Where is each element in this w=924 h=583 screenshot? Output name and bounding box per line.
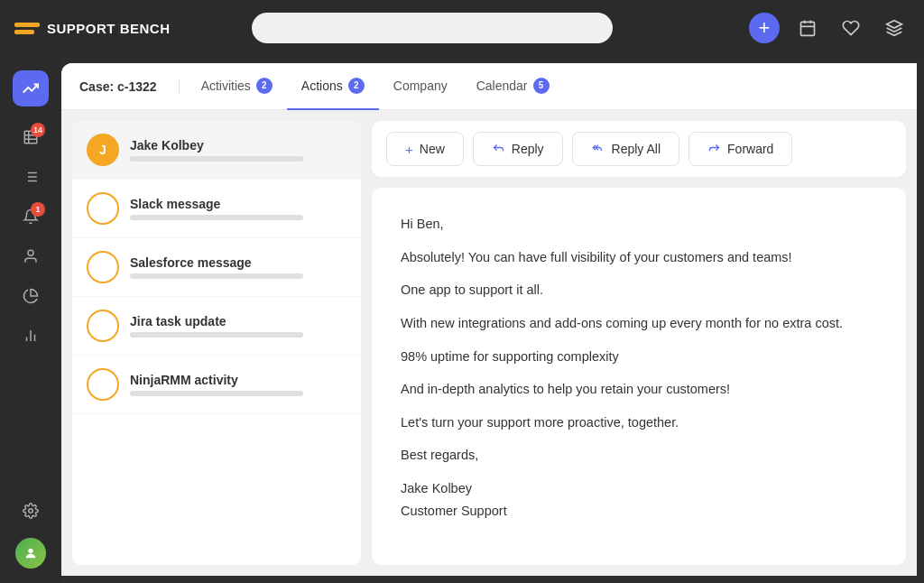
main-container: 14 1 Case: c-1322 xyxy=(0,56,924,583)
activity-bar-3 xyxy=(130,332,303,338)
email-line-7: Best regards, xyxy=(401,444,877,467)
activity-bar-4 xyxy=(130,391,303,396)
sidebar-home-button[interactable] xyxy=(13,70,49,106)
activity-item-0[interactable]: J Jake Kolbey xyxy=(72,121,361,180)
tab-actions-label: Actions xyxy=(301,79,343,93)
app-logo: SUPPORT BENCH xyxy=(14,21,177,36)
content-area: Case: c-1322 Activities 2 Actions 2 Comp… xyxy=(61,63,917,576)
reply-all-icon xyxy=(591,141,605,157)
email-panel: + New Reply Reply All xyxy=(372,121,906,565)
activity-info-2: Salesforce message xyxy=(130,255,346,279)
email-line-2: One app to support it all. xyxy=(401,279,877,301)
notifications-badge: 1 xyxy=(31,202,45,217)
search-container xyxy=(252,13,613,43)
calendar-button[interactable] xyxy=(792,13,823,43)
activity-item-1[interactable]: Slack message xyxy=(72,180,361,238)
favorites-button[interactable] xyxy=(836,13,866,43)
tabs-bar: Case: c-1322 Activities 2 Actions 2 Comp… xyxy=(61,63,917,110)
activity-bar-2 xyxy=(130,273,303,279)
email-line-0: Hi Ben, xyxy=(401,213,877,236)
activity-info-3: Jira task update xyxy=(130,314,346,338)
email-toolbar: + New Reply Reply All xyxy=(372,121,906,177)
svg-point-19 xyxy=(29,509,33,514)
new-icon: + xyxy=(405,142,413,157)
activity-bar-1 xyxy=(130,215,303,220)
tab-actions-badge: 2 xyxy=(348,78,365,94)
email-signature: Jake Kolbey Customer Support xyxy=(401,477,877,522)
email-line-3: With new integrations and add-ons coming… xyxy=(401,312,877,335)
avatar-3 xyxy=(87,310,119,342)
left-sidebar: 14 1 xyxy=(0,56,61,583)
topbar: SUPPORT BENCH + xyxy=(0,0,924,56)
avatar-4 xyxy=(87,368,119,401)
avatar-0: J xyxy=(87,134,119,166)
email-line-4: 98% uptime for supporting complexity xyxy=(401,346,877,368)
tab-company-label: Company xyxy=(393,79,448,93)
tab-activities[interactable]: Activities 2 xyxy=(187,63,287,110)
email-line-6: Let's turn your support more proactive, … xyxy=(401,412,877,434)
table-badge: 14 xyxy=(31,123,45,137)
activity-info-4: NinjaRMM activity xyxy=(130,373,346,396)
layers-button[interactable] xyxy=(879,13,910,43)
activity-list: J Jake Kolbey Slack message xyxy=(72,121,361,565)
add-button[interactable]: + xyxy=(749,13,780,43)
reply-label: Reply xyxy=(512,142,544,156)
logo-bar-top xyxy=(14,23,40,27)
tab-activities-label: Activities xyxy=(201,79,251,93)
activity-item-3[interactable]: Jira task update xyxy=(72,297,361,356)
main-content: J Jake Kolbey Slack message xyxy=(61,110,917,576)
tab-calendar-label: Calendar xyxy=(476,79,528,93)
svg-marker-4 xyxy=(887,21,902,28)
activity-name-2: Salesforce message xyxy=(130,255,346,270)
sidebar-item-list[interactable] xyxy=(14,161,47,193)
activity-name-4: NinjaRMM activity xyxy=(130,373,346,387)
tab-calendar[interactable]: Calendar 5 xyxy=(462,63,564,110)
case-label: Case: c-1322 xyxy=(79,79,180,94)
reply-all-label: Reply All xyxy=(612,142,661,156)
activity-bar-0 xyxy=(130,156,303,162)
new-button[interactable]: + New xyxy=(386,132,464,166)
signature-title: Customer Support xyxy=(401,500,877,523)
topbar-actions: + xyxy=(749,13,910,43)
sidebar-item-reports[interactable] xyxy=(14,319,47,352)
svg-rect-0 xyxy=(800,22,814,35)
forward-label: Forward xyxy=(727,142,773,156)
logo-bar-bottom xyxy=(14,30,34,34)
activity-info-0: Jake Kolbey xyxy=(130,138,346,162)
email-line-1: Absolutely! You can have full visibility… xyxy=(401,246,877,269)
tab-actions[interactable]: Actions 2 xyxy=(287,63,379,110)
activity-info-1: Slack message xyxy=(130,197,346,220)
avatar-2 xyxy=(87,251,119,283)
reply-all-button[interactable]: Reply All xyxy=(572,132,679,166)
activity-item-4[interactable]: NinjaRMM activity xyxy=(72,356,361,414)
sidebar-item-contacts[interactable] xyxy=(14,240,47,273)
tab-company[interactable]: Company xyxy=(379,63,462,110)
reply-icon xyxy=(492,141,505,157)
email-line-5: And in-depth analytics to help you retai… xyxy=(401,378,877,401)
new-label: New xyxy=(420,142,445,156)
tab-activities-badge: 2 xyxy=(256,78,273,94)
avatar-1 xyxy=(87,192,119,225)
activity-name-1: Slack message xyxy=(130,197,346,211)
activity-name-3: Jira task update xyxy=(130,314,346,329)
search-input[interactable] xyxy=(252,13,613,43)
svg-point-20 xyxy=(28,549,32,553)
sidebar-item-settings[interactable] xyxy=(14,495,47,527)
svg-point-15 xyxy=(28,250,33,255)
sidebar-item-notifications[interactable]: 1 xyxy=(14,200,47,233)
sidebar-item-analytics[interactable] xyxy=(14,280,47,312)
sidebar-item-table[interactable]: 14 xyxy=(14,121,47,153)
email-body: Hi Ben, Absolutely! You can have full vi… xyxy=(372,188,906,565)
logo-icon xyxy=(14,23,40,34)
app-name: SUPPORT BENCH xyxy=(47,21,171,36)
activity-name-0: Jake Kolbey xyxy=(130,138,346,153)
user-avatar[interactable] xyxy=(15,538,46,569)
tab-calendar-badge: 5 xyxy=(533,78,550,94)
forward-icon xyxy=(707,141,721,157)
signature-name: Jake Kolbey xyxy=(401,477,877,500)
activity-item-2[interactable]: Salesforce message xyxy=(72,238,361,297)
reply-button[interactable]: Reply xyxy=(473,132,563,166)
forward-button[interactable]: Forward xyxy=(688,132,792,166)
